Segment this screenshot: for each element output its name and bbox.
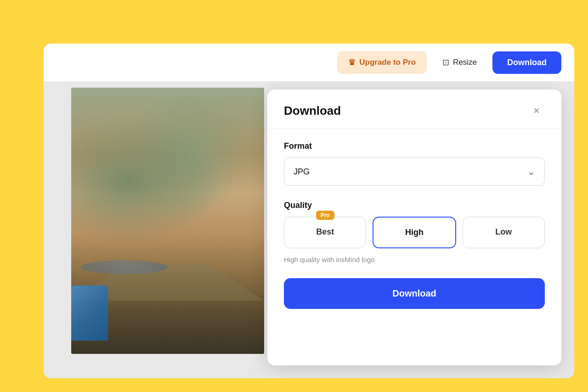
quality-low-option[interactable]: Low — [463, 217, 545, 248]
close-icon: × — [533, 104, 540, 117]
landscape-image — [71, 88, 264, 354]
upgrade-label: Upgrade to Pro — [359, 58, 416, 67]
blue-object — [71, 286, 108, 341]
resize-label: Resize — [453, 58, 477, 67]
toolbar: ♛ Upgrade to Pro ⊡ Resize Download — [44, 44, 574, 81]
quality-label: Quality — [284, 201, 545, 210]
header-download-button[interactable]: Download — [492, 51, 561, 74]
low-label: Low — [495, 227, 512, 236]
water-element — [81, 260, 168, 274]
download-modal: Download × Format JPG ⌄ Quality Pro Best… — [267, 90, 561, 365]
quality-description: High quality with insMind logo — [284, 256, 545, 263]
format-value: JPG — [294, 167, 310, 177]
quality-best-option[interactable]: Pro Best — [284, 217, 366, 248]
resize-button[interactable]: ⊡ Resize — [433, 51, 486, 74]
close-button[interactable]: × — [528, 102, 545, 119]
best-label: Best — [316, 227, 334, 236]
modal-download-button[interactable]: Download — [284, 278, 545, 309]
quality-high-option[interactable]: High — [373, 217, 456, 248]
main-container: ♛ Upgrade to Pro ⊡ Resize Download Downl… — [44, 44, 574, 378]
pro-badge: Pro — [316, 211, 334, 220]
upgrade-to-pro-button[interactable]: ♛ Upgrade to Pro — [337, 51, 427, 74]
crown-icon: ♛ — [348, 57, 356, 67]
high-label: High — [405, 228, 424, 237]
quality-options: Pro Best High Low — [284, 217, 545, 248]
modal-title: Download — [284, 104, 341, 118]
image-frame — [71, 88, 264, 354]
format-select[interactable]: JPG ⌄ — [284, 157, 545, 186]
format-label: Format — [284, 141, 545, 151]
image-preview — [71, 88, 273, 372]
resize-icon: ⊡ — [442, 57, 449, 67]
modal-body: Format JPG ⌄ Quality Pro Best High Low — [267, 129, 561, 322]
chevron-down-icon: ⌄ — [527, 166, 535, 177]
modal-header: Download × — [267, 90, 561, 129]
